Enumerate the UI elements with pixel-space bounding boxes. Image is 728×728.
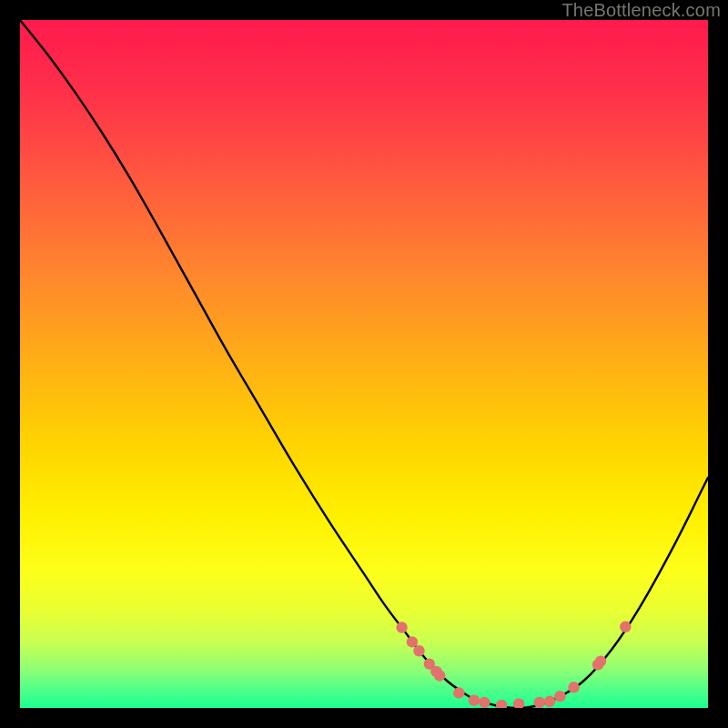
- curve-marker: [554, 691, 565, 702]
- curve-marker: [544, 696, 555, 707]
- curve-marker: [496, 700, 507, 708]
- curve-marker: [453, 687, 464, 698]
- curve-marker: [595, 655, 606, 666]
- curve-marker: [479, 697, 490, 708]
- curve-marker: [413, 645, 424, 656]
- curve-marker: [568, 682, 579, 693]
- curve-marker: [620, 622, 631, 632]
- curve-marker: [534, 697, 545, 708]
- curve-marker: [434, 670, 445, 681]
- curve-marker: [469, 694, 480, 705]
- attribution-text: TheBottleneck.com: [561, 0, 721, 21]
- curve-marker: [407, 636, 418, 647]
- bottleneck-curve: [20, 20, 708, 708]
- curve-layer: [20, 20, 708, 708]
- curve-marker: [396, 622, 407, 632]
- plot-area: [20, 20, 708, 708]
- curve-marker: [513, 698, 524, 708]
- curve-markers: [396, 622, 631, 708]
- chart-stage: TheBottleneck.com: [0, 0, 728, 728]
